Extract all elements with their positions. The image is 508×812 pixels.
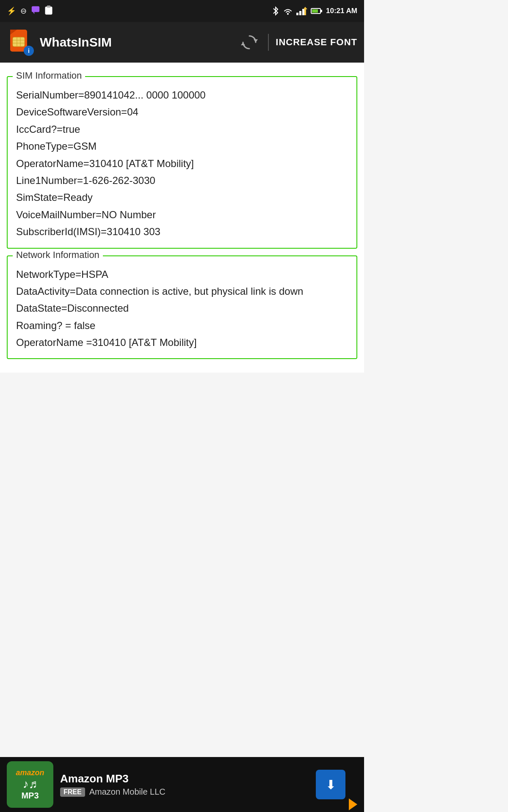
network-information-section: Network Information NetworkType=HSPA Dat… [7, 255, 357, 359]
app-logo: i [7, 29, 34, 56]
sim-info-content: SerialNumber=890141042... 0000 100000 De… [16, 87, 348, 240]
svg-rect-11 [320, 10, 322, 12]
svg-rect-7 [302, 9, 304, 15]
status-bar: ⚡ ⊖ 10:2 [0, 0, 364, 22]
svg-point-4 [287, 13, 289, 15]
sim-voicemail: VoiceMailNumber=NO Number [16, 207, 348, 223]
usb-icon: ⚡ [7, 6, 16, 16]
ad-text-area: Amazon MP3 FREE Amazon Mobile LLC [60, 772, 311, 797]
sim-information-section: SIM Information SerialNumber=890141042..… [7, 76, 357, 249]
svg-marker-21 [254, 39, 258, 42]
status-bar-left-icons: ⚡ ⊖ [7, 5, 53, 17]
chat-icon [31, 5, 40, 17]
download-icon: ⬇ [326, 777, 336, 792]
bluetooth-icon [272, 6, 279, 16]
sim-state: SimState=Ready [16, 189, 348, 206]
sim-operator-name: OperatorName=310410 [AT&T Mobility] [16, 156, 348, 172]
minus-icon: ⊖ [20, 6, 27, 16]
ad-subtitle: Amazon Mobile LLC [89, 787, 166, 797]
svg-rect-14 [13, 37, 25, 47]
sim-section-label: SIM Information [13, 70, 85, 81]
sim-device-software: DeviceSoftwareVersion=04 [16, 104, 348, 120]
svg-rect-5 [296, 13, 298, 15]
battery-icon [311, 7, 323, 15]
ad-logo: amazon ♪♬ MP3 [7, 761, 53, 808]
signal-icon [296, 7, 307, 15]
network-roaming: Roaming? = false [16, 318, 348, 334]
network-info-content: NetworkType=HSPA DataActivity=Data conne… [16, 266, 348, 351]
svg-marker-22 [241, 42, 245, 45]
svg-rect-10 [312, 9, 318, 13]
network-operator-name: OperatorName =310410 [AT&T Mobility] [16, 335, 348, 351]
refresh-button[interactable] [237, 30, 261, 54]
clipboard-icon [44, 5, 53, 17]
increase-font-button[interactable]: INCREASE FONT [276, 37, 357, 48]
svg-rect-0 [32, 6, 39, 12]
ad-subtitle-row: FREE Amazon Mobile LLC [60, 787, 311, 797]
ad-mp3-label: MP3 [21, 791, 39, 801]
network-type: NetworkType=HSPA [16, 266, 348, 283]
status-time: 10:21 AM [326, 7, 357, 15]
sim-serial-number: SerialNumber=890141042... 0000 100000 [16, 87, 348, 103]
status-bar-right-icons: 10:21 AM [272, 6, 357, 16]
wifi-icon [283, 7, 293, 15]
ad-music-icon: ♪♬ [23, 777, 38, 791]
sim-phone-type: PhoneType=GSM [16, 138, 348, 154]
network-data-state: DataState=Disconnected [16, 300, 348, 316]
toolbar-divider [268, 34, 269, 51]
ad-free-badge: FREE [60, 787, 85, 797]
svg-rect-2 [45, 7, 52, 14]
ad-banner[interactable]: amazon ♪♬ MP3 Amazon MP3 FREE Amazon Mob… [0, 757, 364, 812]
svg-rect-3 [47, 5, 50, 8]
app-title: WhatsInSIM [40, 35, 237, 49]
ad-title: Amazon MP3 [60, 772, 311, 785]
ad-download-button[interactable]: ⬇ [316, 770, 345, 799]
svg-rect-6 [299, 11, 301, 15]
app-bar: i WhatsInSIM INCREASE FONT [0, 22, 364, 63]
sim-icc-card: IccCard?=true [16, 121, 348, 137]
svg-text:i: i [28, 47, 30, 54]
sim-subscriber-id: SubscriberId(IMSI)=310410 303 [16, 224, 348, 240]
network-section-label: Network Information [13, 250, 103, 261]
ad-play-indicator [349, 798, 357, 810]
svg-marker-1 [33, 12, 35, 14]
sim-line1-number: Line1Number=1-626-262-3030 [16, 173, 348, 189]
ad-amazon-label: amazon [16, 768, 44, 777]
main-content: SIM Information SerialNumber=890141042..… [0, 63, 364, 373]
network-data-activity: DataActivity=Data connection is active, … [16, 283, 348, 299]
